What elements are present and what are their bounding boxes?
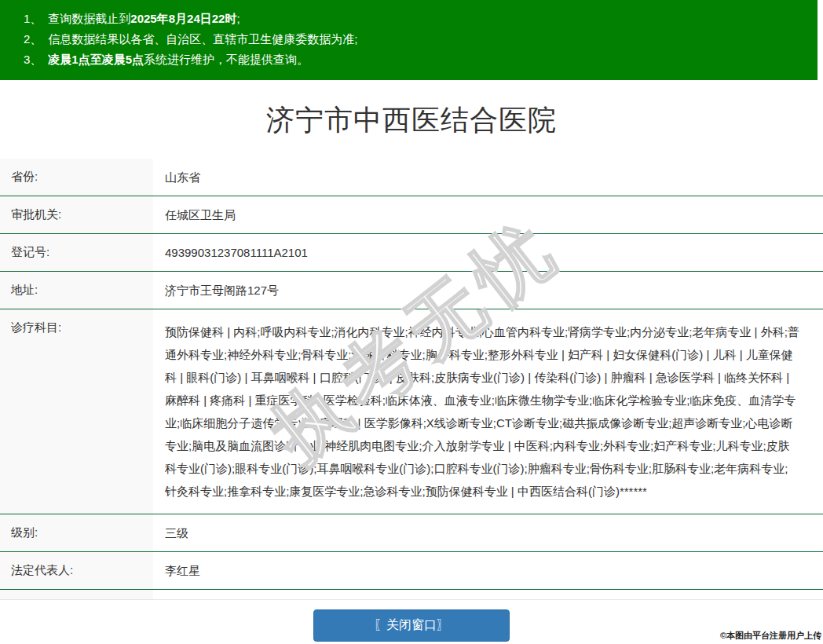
notice-line-1: 1、查询数据截止到2025年8月24日22时; xyxy=(24,9,810,29)
upload-note: ©本图由平台注册用户上传 xyxy=(720,630,821,642)
field-label: 法定代表人: xyxy=(0,552,153,590)
field-label: 诊疗科目: xyxy=(0,309,153,514)
notice-text: 系统进行维护，不能提供查询。 xyxy=(144,53,309,66)
notice-line-2: 2、信息数据结果以各省、自治区、直辖市卫生健康委数据为准; xyxy=(24,29,810,49)
field-label: 地址: xyxy=(0,272,153,309)
field-value: 三级 xyxy=(153,514,823,552)
table-row-approval-authority: 审批机关: 任城区卫生局 xyxy=(0,196,823,234)
field-label: 级别: xyxy=(0,514,153,552)
notice-text: 信息数据结果以各省、自治区、直辖市卫生健康委数据为准; xyxy=(48,32,357,46)
notice-text: 查询数据截止到 xyxy=(48,12,130,25)
notice-number: 2、 xyxy=(24,32,42,46)
truncated-row-label-cell xyxy=(0,590,153,599)
notice-number: 3、 xyxy=(24,53,42,66)
notice-text-bold: 凌晨1点至凌晨5点 xyxy=(48,53,144,66)
table-row-legal-representative: 法定代表人: 李红星 xyxy=(0,552,823,590)
field-value: 山东省 xyxy=(153,159,823,196)
table-row-address: 地址: 济宁市王母阁路127号 xyxy=(0,272,823,309)
field-label: 审批机关: xyxy=(0,196,153,234)
notice-banner: 1、查询数据截止到2025年8月24日22时; 2、信息数据结果以各省、自治区、… xyxy=(0,0,818,80)
field-value: 预防保健科 | 内科;呼吸内科专业;消化内科专业;神经内科专业;心血管内科专业;… xyxy=(153,309,823,514)
field-label: 登记号: xyxy=(0,234,153,272)
field-value: 任城区卫生局 xyxy=(153,196,823,234)
notice-text-bold: 2025年8月24日22时 xyxy=(130,12,236,25)
field-value: 49399031237081111A2101 xyxy=(153,234,823,272)
notice-line-3: 3、凌晨1点至凌晨5点系统进行维护，不能提供查询。 xyxy=(24,49,810,70)
table-row-registration-number: 登记号: 49399031237081111A2101 xyxy=(0,234,823,272)
table-row-level: 级别: 三级 xyxy=(0,514,823,552)
notice-number: 1、 xyxy=(24,12,42,25)
field-value: 李红星 xyxy=(153,552,823,590)
truncated-row-stub xyxy=(0,590,823,600)
field-value: 济宁市王母阁路127号 xyxy=(153,272,823,309)
table-row-province: 省份: 山东省 xyxy=(0,159,823,196)
notice-text: ; xyxy=(236,12,240,25)
hospital-info-table: 省份: 山东省 审批机关: 任城区卫生局 登记号: 49399031237081… xyxy=(0,159,823,590)
field-label: 省份: xyxy=(0,159,153,196)
table-row-medical-subjects: 诊疗科目: 预防保健科 | 内科;呼吸内科专业;消化内科专业;神经内科专业;心血… xyxy=(0,309,823,514)
close-window-button[interactable]: 〖关闭窗口〗 xyxy=(313,609,510,642)
page-title: 济宁市中西医结合医院 xyxy=(0,101,823,140)
button-bar: 〖关闭窗口〗 xyxy=(0,609,823,642)
